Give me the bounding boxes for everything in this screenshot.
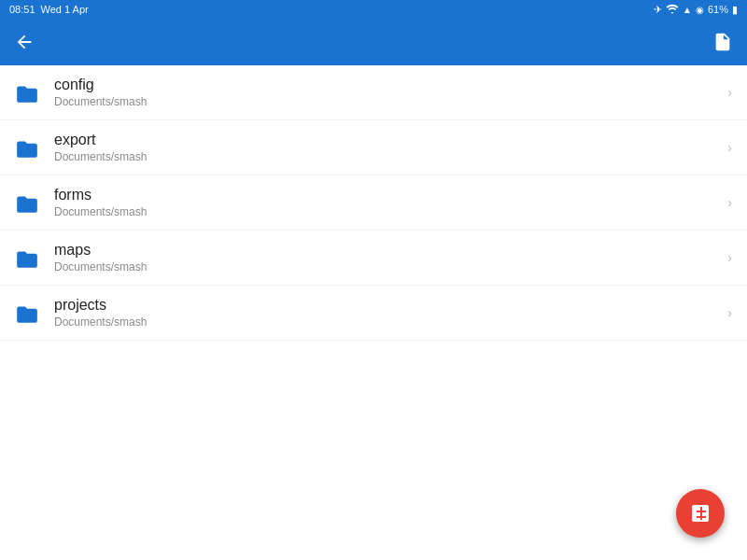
folder-list: config Documents/smash › export Document… (0, 65, 747, 341)
battery-icon: ▮ (732, 4, 738, 16)
status-bar-right: ✈ ▲ ◉ 61% ▮ (654, 3, 738, 16)
folder-path: Documents/smash (54, 95, 720, 108)
chevron-right-icon: › (727, 195, 732, 210)
list-item[interactable]: forms Documents/smash › (0, 175, 747, 231)
chevron-right-icon: › (727, 305, 732, 320)
list-item[interactable]: export Documents/smash › (0, 120, 747, 175)
airplane-icon: ✈ (654, 4, 662, 16)
folder-info: maps Documents/smash (54, 242, 720, 273)
folder-path: Documents/smash (54, 260, 720, 273)
new-file-button[interactable] (708, 27, 738, 57)
folder-path: Documents/smash (54, 315, 720, 329)
folder-path: Documents/smash (54, 205, 720, 218)
wifi-icon (666, 3, 679, 16)
folder-path: Documents/smash (54, 150, 720, 163)
battery-percentage: 61% (708, 4, 728, 15)
folder-icon (15, 302, 39, 323)
folder-info: forms Documents/smash (54, 187, 720, 218)
folder-name: export (54, 132, 720, 148)
fab-button[interactable] (676, 489, 725, 538)
status-date: Wed 1 Apr (41, 4, 89, 15)
back-button[interactable] (9, 27, 39, 57)
app-bar (0, 19, 747, 65)
list-item[interactable]: config Documents/smash › (0, 65, 747, 120)
status-bar: 08:51 Wed 1 Apr ✈ ▲ ◉ 61% ▮ (0, 0, 747, 19)
folder-info: config Documents/smash (54, 77, 720, 108)
folder-name: maps (54, 242, 720, 259)
folder-info: export Documents/smash (54, 132, 720, 163)
folder-icon (15, 137, 39, 158)
signal-icon: ▲ (683, 5, 692, 15)
folder-icon (15, 82, 39, 103)
folder-name: forms (54, 187, 720, 203)
list-item[interactable]: projects Documents/smash › (0, 286, 747, 341)
folder-icon (15, 192, 39, 213)
folder-info: projects Documents/smash (54, 297, 720, 329)
folder-name: projects (54, 297, 720, 314)
list-item[interactable]: maps Documents/smash › (0, 231, 747, 286)
status-time: 08:51 (9, 4, 35, 15)
folder-icon (15, 247, 39, 268)
chevron-right-icon: › (727, 140, 732, 155)
chevron-right-icon: › (727, 250, 732, 265)
folder-name: config (54, 77, 720, 93)
status-bar-left: 08:51 Wed 1 Apr (9, 4, 89, 15)
location-icon: ◉ (696, 5, 704, 15)
chevron-right-icon: › (727, 85, 732, 100)
